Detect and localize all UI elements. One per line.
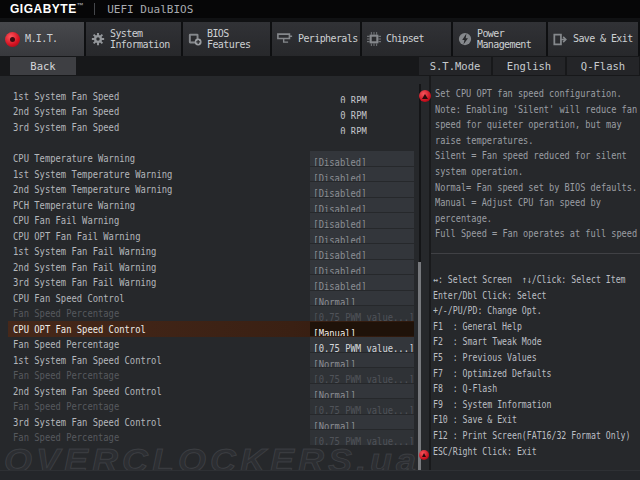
tab-bios-features[interactable]: BIOS Features — [183, 22, 272, 56]
shortcut-line: F9 : System Information — [433, 397, 603, 413]
setting-row-cpu-fan-fail-warning[interactable]: CPU Fan Fail Warning[Disabled] — [8, 213, 414, 229]
setting-label: 3rd System Fan Speed Control — [8, 416, 162, 428]
setting-value-text: [Disabled] — [310, 279, 366, 290]
setting-value[interactable]: [Disabled] — [310, 275, 414, 290]
tab-system-information[interactable]: System Information — [86, 22, 183, 56]
setting-value[interactable]: [Normal] — [310, 384, 414, 399]
tab-label: BIOS Features — [207, 28, 265, 51]
setting-value[interactable]: [Normal] — [310, 415, 414, 430]
setting-value[interactable]: [Disabled] — [310, 198, 414, 213]
setting-label: 1st System Fan Speed Control — [8, 354, 162, 366]
setting-label: CPU OPT Fan Speed Control — [8, 323, 146, 335]
firmware-title: UEFI DualBIOS — [107, 3, 193, 16]
tab-label: M.I.T. — [25, 33, 58, 45]
help-text-line: speed for quieter operation, but may — [435, 117, 603, 133]
setting-row-1st-system-fan-fail-warning[interactable]: 1st System Fan Fail Warning[Disabled] — [8, 244, 414, 260]
warning-icon — [419, 90, 431, 102]
setting-row-1st-system-temperature-warning[interactable]: 1st System Temperature Warning[Disabled] — [8, 166, 414, 182]
setting-value[interactable]: [Normal] — [310, 291, 414, 306]
setting-label: CPU OPT Fan Fail Warning — [8, 230, 140, 242]
help-text-line: Set CPU OPT fan speed configuration. — [435, 86, 603, 102]
setting-value-text: [Disabled] — [310, 202, 366, 213]
setting-row-2nd-system-fan-speed-control[interactable]: 2nd System Fan Speed Control[Normal] — [8, 383, 414, 399]
tab-label: Chipset — [386, 33, 424, 45]
setting-value[interactable]: [Disabled] — [310, 244, 414, 259]
setting-value[interactable]: [Normal] — [310, 353, 414, 368]
shortcut-line: ESC/Right Click: Exit — [433, 444, 603, 460]
help-text-line: percentage. — [435, 211, 603, 227]
chipset-icon — [367, 32, 381, 46]
q-flash-button[interactable]: Q-Flash — [567, 57, 639, 75]
setting-value-text: [0.75 PWM value...] — [310, 372, 414, 383]
help-text-line: Normal= Fan speed set by BIOS defaults. — [435, 180, 603, 196]
setting-value-text: [Disabled] — [310, 217, 366, 228]
setting-row-1st-system-fan-speed-control[interactable]: 1st System Fan Speed Control[Normal] — [8, 352, 414, 368]
setting-value-text: [Normal] — [310, 357, 356, 368]
setting-row-cpu-opt-fan-speed-control[interactable]: CPU OPT Fan Speed Control[Manual] — [8, 321, 414, 337]
tab-chipset[interactable]: Chipset — [362, 22, 453, 56]
gear-icon — [91, 32, 105, 46]
setting-row-cpu-temperature-warning[interactable]: CPU Temperature Warning[Disabled] — [8, 151, 414, 167]
tab-peripherals[interactable]: Peripherals — [272, 22, 362, 56]
setting-value-text: [Disabled] — [310, 248, 366, 259]
setting-value[interactable]: [Disabled] — [310, 182, 414, 197]
setting-row-2nd-system-temperature-warning[interactable]: 2nd System Temperature Warning[Disabled] — [8, 182, 414, 198]
gigabyte-logo: GIGABYTE™ — [10, 2, 84, 16]
english-button[interactable]: English — [493, 57, 565, 75]
setting-row-pch-temperature-warning[interactable]: PCH Temperature Warning[Disabled] — [8, 197, 414, 213]
toolbar-buttons: S.T.ModeEnglishQ-Flash — [419, 57, 639, 75]
help-text-line: system operation. — [435, 164, 603, 180]
setting-label: CPU Fan Fail Warning — [8, 214, 119, 226]
s-t-mode-button[interactable]: S.T.Mode — [419, 57, 491, 75]
setting-value[interactable]: [Disabled] — [310, 260, 414, 275]
setting-label: 2nd System Fan Fail Warning — [8, 261, 156, 273]
help-divider — [431, 253, 640, 254]
tab-power-management[interactable]: Power Management — [453, 22, 548, 56]
setting-value-text: [0.75 PWM value...] — [310, 403, 414, 414]
setting-label: Fan Speed Percentage — [8, 369, 119, 381]
setting-row-3rd-system-fan-speed: 3rd System Fan Speed0 RPM — [8, 119, 414, 135]
setting-value: [0.75 PWM value...] — [310, 368, 414, 383]
setting-label: CPU Fan Speed Control — [8, 292, 125, 304]
peripherals-icon — [277, 33, 293, 45]
setting-value-text: [Normal] — [310, 388, 356, 399]
tab-save-exit[interactable]: Save & Exit — [548, 22, 640, 56]
setting-label: 1st System Temperature Warning — [8, 168, 172, 180]
shortcut-line: +/-/PU/PD: Change Opt. — [433, 303, 603, 319]
setting-row-1st-system-fan-speed: 1st System Fan Speed0 RPM — [8, 88, 414, 104]
footer-strip — [0, 470, 640, 480]
help-text-line: raise temperatures. — [435, 133, 603, 149]
setting-value[interactable]: [Manual] — [310, 322, 414, 337]
setting-value-text: [Disabled] — [310, 264, 366, 275]
setting-label: 1st System Fan Speed — [8, 90, 119, 102]
help-text-line: Manual = Adjust CPU fan speed by — [435, 195, 603, 211]
help-text-line: Full Speed = Fan operates at full speed — [435, 226, 603, 242]
setting-label: Fan Speed Percentage — [8, 307, 119, 319]
setting-value: 0 RPM — [310, 104, 414, 119]
shortcut-line: F12 : Print Screen(FAT16/32 Format Only) — [433, 428, 603, 444]
setting-value-text: [Disabled] — [310, 186, 366, 197]
title-separator — [94, 3, 95, 15]
tab-m-i-t[interactable]: M.I.T. — [0, 22, 86, 56]
setting-value-text: [0.75 PWM value...] — [310, 341, 414, 352]
setting-value[interactable]: [Disabled] — [310, 167, 414, 182]
scrollbar-thumb[interactable] — [418, 262, 421, 470]
back-button[interactable]: Back — [10, 57, 76, 75]
toolbar: Back S.T.ModeEnglishQ-Flash — [0, 56, 640, 76]
shortcut-line: F5 : Previous Values — [433, 350, 603, 366]
setting-row-3rd-system-fan-speed-control[interactable]: 3rd System Fan Speed Control[Normal] — [8, 414, 414, 430]
setting-row-cpu-opt-fan-fail-warning[interactable]: CPU OPT Fan Fail Warning[Disabled] — [8, 228, 414, 244]
setting-row-3rd-system-fan-fail-warning[interactable]: 3rd System Fan Fail Warning[Disabled] — [8, 275, 414, 291]
setting-value[interactable]: [Disabled] — [310, 151, 414, 166]
setting-value[interactable]: [0.75 PWM value...] — [310, 337, 414, 352]
setting-value-text: [0.75 PWM value...] — [310, 310, 414, 321]
shortcut-line: F1 : General Help — [433, 319, 603, 335]
bios-features-icon — [188, 32, 202, 46]
setting-value[interactable]: [Disabled] — [310, 229, 414, 244]
setting-row-fan-speed-percentage[interactable]: Fan Speed Percentage[0.75 PWM value...] — [8, 337, 414, 353]
setting-value[interactable]: [Disabled] — [310, 213, 414, 228]
shortcut-line: F8 : Q-Flash — [433, 381, 603, 397]
setting-row-2nd-system-fan-fail-warning[interactable]: 2nd System Fan Fail Warning[Disabled] — [8, 259, 414, 275]
tab-label: Power Management — [477, 28, 541, 51]
setting-row-cpu-fan-speed-control[interactable]: CPU Fan Speed Control[Normal] — [8, 290, 414, 306]
